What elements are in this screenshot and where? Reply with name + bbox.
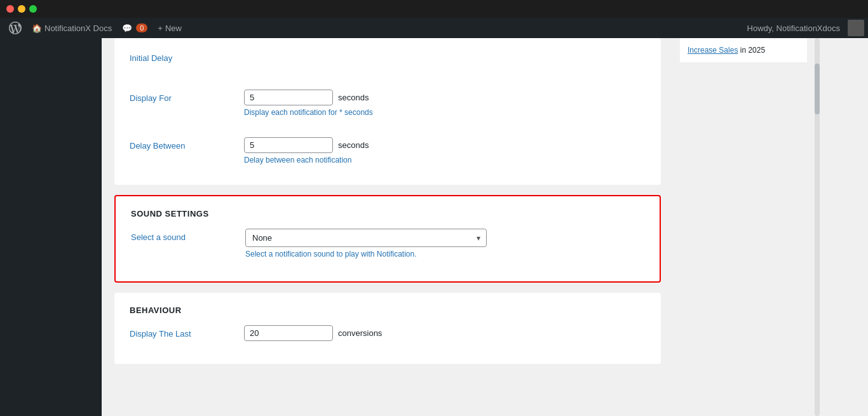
- right-sidebar-suffix: in 2025: [740, 46, 765, 55]
- delay-between-unit: seconds: [338, 140, 369, 150]
- right-sidebar-link[interactable]: Increase Sales: [688, 46, 738, 55]
- admin-bar-right: Howdy, NotificationXdocs: [742, 20, 864, 36]
- display-last-unit: conversions: [338, 328, 382, 338]
- comments-icon: 💬: [122, 23, 132, 33]
- select-sound-field: None Sound 1 Sound 2 Sound 3 ▾ Select a …: [245, 229, 644, 258]
- main-content: Initial Delay Display For seconds Dis: [102, 38, 674, 416]
- avatar[interactable]: [848, 20, 864, 36]
- howdy-label: Howdy, NotificationXdocs: [742, 23, 845, 33]
- delay-between-section: Delay Between seconds Delay between each…: [114, 132, 661, 185]
- initial-delay-label: Initial Delay: [130, 51, 231, 63]
- scrollbar-track: [815, 38, 820, 416]
- comments-button[interactable]: 💬 0: [117, 18, 153, 38]
- sound-settings-section: SOUND SETTINGS Select a sound None Sound…: [114, 195, 661, 283]
- wp-icon: [9, 22, 22, 34]
- minimize-dot[interactable]: [18, 5, 25, 13]
- display-for-hint: Display each notification for * seconds: [244, 108, 646, 117]
- plus-icon: +: [158, 23, 163, 33]
- scrollbar-area: [813, 38, 821, 416]
- sound-select-wrapper: None Sound 1 Sound 2 Sound 3 ▾: [245, 229, 487, 247]
- select-sound-row: Select a sound None Sound 1 Sound 2 Soun…: [131, 229, 644, 258]
- behaviour-section: BEHAVIOUR Display The Last conversions: [114, 293, 661, 364]
- initial-delay-section: Initial Delay: [114, 38, 661, 79]
- display-for-label: Display For: [130, 90, 231, 103]
- site-name-label: NotificationX Docs: [44, 23, 112, 33]
- select-sound-label: Select a sound: [131, 229, 233, 242]
- titlebar: [0, 0, 868, 18]
- new-button[interactable]: + New: [153, 18, 187, 38]
- home-icon: 🏠: [32, 23, 42, 33]
- comments-badge: 0: [136, 23, 147, 32]
- delay-between-row: Delay Between seconds Delay between each…: [130, 137, 646, 164]
- display-for-input[interactable]: [244, 90, 333, 105]
- display-for-unit: seconds: [338, 93, 369, 102]
- display-last-field: conversions: [244, 325, 646, 341]
- content-area: Initial Delay Display For seconds Dis: [102, 38, 868, 416]
- display-for-row: Display For seconds Display each notific…: [130, 90, 646, 117]
- initial-delay-row: Initial Delay: [130, 51, 646, 63]
- display-for-section: Display For seconds Display each notific…: [114, 79, 661, 132]
- display-last-label: Display The Last: [130, 325, 231, 339]
- delay-between-hint: Delay between each notification: [244, 156, 646, 164]
- behaviour-title: BEHAVIOUR: [130, 305, 646, 315]
- display-last-row: Display The Last conversions: [130, 325, 646, 341]
- delay-between-input-row: seconds: [244, 137, 646, 153]
- sidebar: [0, 38, 102, 416]
- scrollbar-thumb[interactable]: [815, 64, 820, 114]
- wp-logo-button[interactable]: [4, 18, 27, 38]
- sound-select[interactable]: None Sound 1 Sound 2 Sound 3: [245, 229, 487, 247]
- site-name-button[interactable]: 🏠 NotificationX Docs: [27, 18, 117, 38]
- main-layout: Initial Delay Display For seconds Dis: [0, 38, 868, 416]
- delay-between-field: seconds Delay between each notification: [244, 137, 646, 164]
- close-dot[interactable]: [6, 5, 14, 13]
- maximize-dot[interactable]: [29, 5, 37, 13]
- display-for-input-row: seconds: [244, 90, 646, 105]
- sound-settings-title: SOUND SETTINGS: [131, 209, 644, 218]
- display-last-input-row: conversions: [244, 325, 646, 341]
- new-label: New: [165, 23, 182, 33]
- admin-bar: 🏠 NotificationX Docs 💬 0 + New Howdy, No…: [0, 18, 868, 38]
- display-for-field: seconds Display each notification for * …: [244, 90, 646, 117]
- delay-between-input[interactable]: [244, 137, 333, 153]
- right-sidebar: Increase Sales in 2025: [674, 38, 813, 416]
- delay-between-label: Delay Between: [130, 137, 231, 151]
- display-last-input[interactable]: [244, 325, 333, 341]
- sound-select-hint: Select a notification sound to play with…: [245, 250, 644, 258]
- right-sidebar-card: Increase Sales in 2025: [680, 38, 807, 62]
